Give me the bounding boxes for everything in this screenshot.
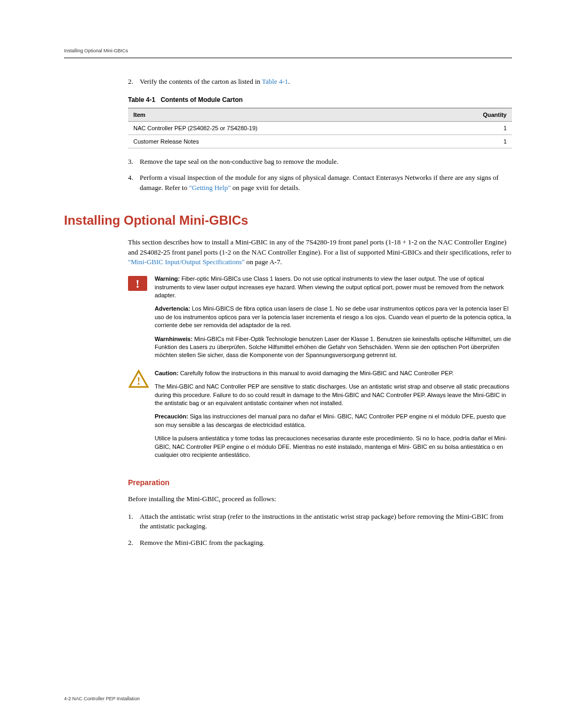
warning-icon: !: [128, 275, 149, 292]
svg-text:!: !: [135, 277, 139, 290]
text-after-link: .: [288, 77, 290, 85]
step-number: 2.: [128, 538, 140, 548]
prep-step-2: 2. Remove the Mini-GBIC from the packagi…: [128, 538, 512, 548]
step-2: 2. Verify the contents of the carton as …: [128, 77, 512, 86]
table-link[interactable]: Table 4-1: [262, 77, 288, 85]
warning-de: Warnhinweis: Mini-GBICs mit Fiber-Optik …: [155, 335, 512, 360]
caution-es-2: Utilice la pulsera antiestática y tome t…: [155, 434, 512, 459]
warning-label: Warning:: [155, 275, 180, 282]
text-after-link: on page xviii for details.: [231, 184, 300, 192]
section-heading: Installing Optional Mini-GBICs: [64, 213, 512, 228]
warning-block: ! Warning: Fiber-optic Mini-GBICs use Cl…: [128, 275, 512, 365]
caution-es-1: Precaución: Siga las instrucciones del m…: [155, 413, 512, 429]
precaucion-label: Precaución:: [155, 413, 188, 420]
contents-table: Item Quantity NAC Controller PEP (2S4082…: [128, 108, 512, 148]
caution-en-2: The Mini-GBIC and NAC Controller PEP are…: [155, 383, 512, 407]
step-text: Attach the antistatic wrist strap (refer…: [140, 512, 512, 531]
table-row: NAC Controller PEP (2S4082-25 or 7S4280-…: [128, 122, 512, 135]
page-header: Installing Optional Mini-GBICs: [64, 48, 512, 58]
text-before-link: Verify the contents of the carton as lis…: [140, 77, 262, 85]
advertencia-text: Los Mini-GBICS de fibra optica usan lase…: [155, 305, 511, 328]
step-number: 4.: [128, 173, 140, 192]
table-row: Customer Release Notes 1: [128, 135, 512, 148]
warning-en: Warning: Fiber-optic Mini-GBICs use Clas…: [155, 275, 512, 299]
intro-text-a: This section describes how to install a …: [128, 238, 511, 256]
preparation-heading: Preparation: [128, 478, 512, 487]
intro-paragraph: This section describes how to install a …: [128, 238, 512, 268]
warning-es: Advertencia: Los Mini-GBICS de fibra opt…: [155, 305, 512, 329]
caution-block: ! Caution: Carefully follow the instruct…: [128, 369, 512, 465]
preparation-lead: Before installing the Mini-GBIC, proceed…: [128, 494, 512, 504]
step-text: Verify the contents of the carton as lis…: [140, 77, 512, 86]
caution-en-1: Caution: Carefully follow the instructio…: [155, 369, 512, 377]
table-caption: Table 4-1Contents of Module Carton: [128, 96, 512, 104]
col-header-item: Item: [128, 108, 434, 122]
caution-icon: !: [128, 369, 149, 386]
cell-qty: 1: [434, 122, 512, 135]
table-number: Table 4-1: [128, 96, 155, 104]
step-text: Remove the Mini-GBIC from the packaging.: [140, 538, 512, 548]
step-number: 3.: [128, 157, 140, 167]
warnhinweis-text: Mini-GBICs mit Fiber-Optik Technologie b…: [155, 336, 511, 359]
step-number: 2.: [128, 77, 140, 86]
step-text: Perform a visual inspection of the modul…: [140, 173, 512, 192]
mini-gbic-spec-link[interactable]: "Mini-GBIC Input/Output Specifications": [128, 258, 245, 266]
cell-item: NAC Controller PEP (2S4082-25 or 7S4280-…: [128, 122, 434, 135]
caution-text-1: Carefully follow the instructions in thi…: [179, 370, 454, 376]
svg-text:!: !: [137, 375, 141, 387]
step-3: 3. Remove the tape seal on the non-condu…: [128, 157, 512, 167]
page-footer: 4-2 NAC Controller PEP Installation: [64, 696, 140, 701]
caution-label: Caution:: [155, 370, 179, 376]
advertencia-label: Advertencia:: [155, 305, 190, 312]
col-header-qty: Quantity: [434, 108, 512, 122]
intro-text-b: on page A-7.: [245, 258, 282, 266]
precaucion-text: Siga las instrucciones del manual para n…: [155, 413, 506, 428]
cell-qty: 1: [434, 135, 512, 148]
cell-item: Customer Release Notes: [128, 135, 434, 148]
warning-text: Fiber-optic Mini-GBICs use Class 1 laser…: [155, 275, 504, 298]
step-text: Remove the tape seal on the non-conducti…: [140, 157, 512, 167]
getting-help-link[interactable]: "Getting Help": [189, 184, 230, 192]
table-title: Contents of Module Carton: [161, 96, 243, 104]
step-4: 4. Perform a visual inspection of the mo…: [128, 173, 512, 192]
warnhinweis-label: Warnhinweis:: [155, 336, 193, 342]
prep-step-1: 1. Attach the antistatic wrist strap (re…: [128, 512, 512, 531]
step-number: 1.: [128, 512, 140, 531]
